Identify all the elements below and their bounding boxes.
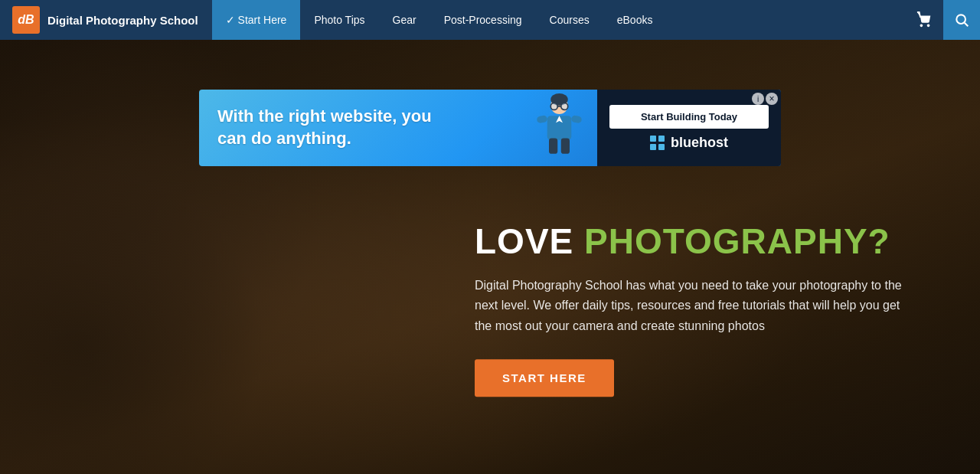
nav-item-gear[interactable]: Gear bbox=[379, 0, 430, 40]
nav-item-post-processing[interactable]: Post-Processing bbox=[430, 0, 536, 40]
ad-cta-button[interactable]: Start Building Today bbox=[609, 105, 769, 129]
hero-description: Digital Photography School has what you … bbox=[475, 276, 903, 336]
svg-rect-7 bbox=[570, 115, 582, 123]
nav-links: ✓ Start Here Photo Tips Gear Post-Proces… bbox=[212, 0, 667, 40]
hero-content: LOVE PHOTOGRAPHY? Digital Photography Sc… bbox=[475, 222, 903, 397]
svg-point-11 bbox=[560, 103, 567, 110]
ad-headline: With the right website, youcan do anythi… bbox=[217, 106, 502, 149]
ad-text-area: With the right website, youcan do anythi… bbox=[199, 90, 521, 165]
svg-point-10 bbox=[550, 103, 557, 110]
ad-container: With the right website, youcan do anythi… bbox=[199, 90, 781, 166]
nav-item-ebooks[interactable]: eBooks bbox=[603, 0, 667, 40]
nav-item-photo-tips[interactable]: Photo Tips bbox=[300, 0, 378, 40]
logo-icon: dB bbox=[12, 6, 40, 34]
ad-brand: bluehost bbox=[650, 135, 728, 151]
hero-title: LOVE PHOTOGRAPHY? bbox=[475, 222, 903, 261]
nav-item-courses[interactable]: Courses bbox=[536, 0, 603, 40]
start-here-button[interactable]: START HERE bbox=[475, 360, 614, 397]
svg-point-0 bbox=[956, 15, 965, 24]
ad-character bbox=[521, 90, 597, 166]
nav-right bbox=[906, 0, 980, 40]
cart-button[interactable] bbox=[906, 0, 943, 40]
ad-character-svg bbox=[531, 93, 588, 162]
svg-rect-6 bbox=[536, 115, 547, 123]
bluehost-grid-icon bbox=[650, 136, 665, 150]
ad-info-button[interactable]: i bbox=[752, 93, 764, 105]
hero-title-prefix: LOVE bbox=[475, 221, 584, 261]
site-name: Digital Photography School bbox=[47, 14, 198, 27]
navbar: dB Digital Photography School ✓ Start He… bbox=[0, 0, 980, 40]
bluehost-label: bluehost bbox=[671, 135, 728, 151]
logo-area[interactable]: dB Digital Photography School bbox=[12, 6, 198, 34]
ad-close-button[interactable]: × bbox=[766, 93, 778, 105]
nav-item-start-here[interactable]: ✓ Start Here bbox=[212, 0, 301, 40]
hero-section: With the right website, youcan do anythi… bbox=[0, 40, 980, 474]
search-button[interactable] bbox=[943, 0, 980, 40]
ad-banner: With the right website, youcan do anythi… bbox=[199, 90, 781, 166]
svg-rect-8 bbox=[549, 139, 557, 154]
hero-title-highlight: PHOTOGRAPHY? bbox=[584, 221, 890, 261]
svg-rect-9 bbox=[560, 139, 569, 154]
svg-line-1 bbox=[965, 23, 969, 27]
